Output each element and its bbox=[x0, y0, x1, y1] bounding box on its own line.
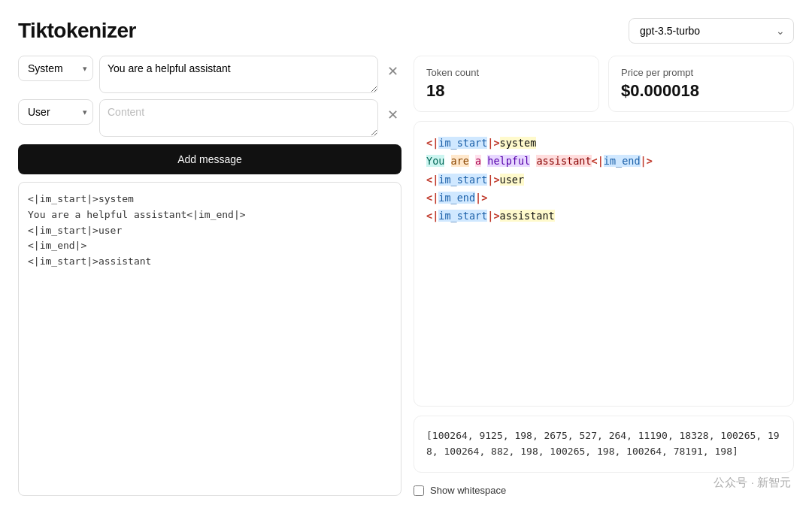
token-bracket-1: <| bbox=[426, 137, 438, 149]
stats-row: Token count 18 Price per prompt $0.00001… bbox=[414, 56, 794, 112]
token-are: are bbox=[451, 155, 469, 167]
token-bracket-4: |> bbox=[487, 174, 499, 186]
remove-message-button-0[interactable]: ✕ bbox=[384, 60, 401, 83]
app-title: Tiktokenizer bbox=[18, 19, 136, 43]
message-textarea-1[interactable] bbox=[99, 99, 378, 137]
remove-message-button-1[interactable]: ✕ bbox=[384, 104, 401, 126]
token-system: system bbox=[500, 137, 537, 149]
token-imstart-2: im_start bbox=[438, 174, 487, 186]
message-textarea-0[interactable]: You are a helpful assistant bbox=[99, 56, 378, 93]
token-assistant-kw: assistant bbox=[500, 210, 555, 222]
token-count-label: Token count bbox=[426, 67, 586, 78]
token-bracket-8: |> bbox=[487, 210, 499, 222]
token-a: a bbox=[475, 155, 481, 167]
tokens-visual-card: <|im_start|>system You are a helpful ass… bbox=[414, 121, 794, 407]
token-bracket-6: |> bbox=[475, 192, 487, 204]
bottom-bar: Show whitespace bbox=[414, 482, 794, 496]
token-bracket-2: |> bbox=[487, 137, 499, 149]
price-value: $0.000018 bbox=[621, 81, 781, 101]
token-helpful: helpful bbox=[487, 155, 530, 167]
role-select-wrapper-0[interactable]: System User Assistant ▾ bbox=[18, 56, 93, 81]
token-imstart-1: im_start bbox=[438, 137, 487, 149]
show-whitespace-label: Show whitespace bbox=[430, 485, 506, 496]
app-header: Tiktokenizer gpt-3.5-turbo gpt-4 gpt-4o … bbox=[18, 18, 794, 44]
token-imend-2: im_end bbox=[438, 192, 475, 204]
tokens-visual-content: <|im_start|>system You are a helpful ass… bbox=[426, 134, 781, 225]
token-bracket-3: <| bbox=[426, 174, 438, 186]
role-select-0[interactable]: System User Assistant bbox=[18, 56, 93, 81]
add-message-button[interactable]: Add message bbox=[18, 144, 401, 174]
role-select-1[interactable]: System User Assistant bbox=[18, 99, 93, 125]
right-panel: Token count 18 Price per prompt $0.00001… bbox=[414, 56, 794, 496]
token-you: You bbox=[426, 155, 444, 167]
token-bracket-end: <| bbox=[592, 155, 604, 167]
left-panel: System User Assistant ▾ You are a helpfu… bbox=[18, 56, 401, 496]
model-select-wrapper[interactable]: gpt-3.5-turbo gpt-4 gpt-4o text-davinci-… bbox=[629, 18, 794, 44]
price-card: Price per prompt $0.000018 bbox=[608, 56, 794, 112]
token-bracket-end-2: |> bbox=[641, 155, 653, 167]
role-select-wrapper-1[interactable]: System User Assistant ▾ bbox=[18, 99, 93, 125]
token-bracket-5: <| bbox=[426, 192, 438, 204]
token-count-value: 18 bbox=[426, 81, 586, 101]
token-ids-text: [100264, 9125, 198, 2675, 527, 264, 1119… bbox=[426, 428, 781, 460]
raw-token-textarea[interactable]: <|im_start|>system You are a helpful ass… bbox=[18, 182, 401, 496]
main-content: System User Assistant ▾ You are a helpfu… bbox=[18, 56, 794, 496]
token-assistant-text: assistant bbox=[536, 155, 591, 167]
price-label: Price per prompt bbox=[621, 67, 781, 78]
show-whitespace-checkbox[interactable] bbox=[414, 485, 424, 496]
message-row: System User Assistant ▾ You are a helpfu… bbox=[18, 56, 401, 93]
message-row-1: System User Assistant ▾ ✕ bbox=[18, 99, 401, 137]
token-count-card: Token count 18 bbox=[414, 56, 599, 112]
model-select[interactable]: gpt-3.5-turbo gpt-4 gpt-4o text-davinci-… bbox=[629, 18, 794, 44]
token-imend-1: im_end bbox=[604, 155, 641, 167]
token-ids-card: [100264, 9125, 198, 2675, 527, 264, 1119… bbox=[414, 416, 794, 473]
token-user: user bbox=[500, 174, 525, 186]
token-bracket-7: <| bbox=[426, 210, 438, 222]
message-rows: System User Assistant ▾ You are a helpfu… bbox=[18, 56, 401, 137]
token-imstart-3: im_start bbox=[438, 210, 487, 222]
